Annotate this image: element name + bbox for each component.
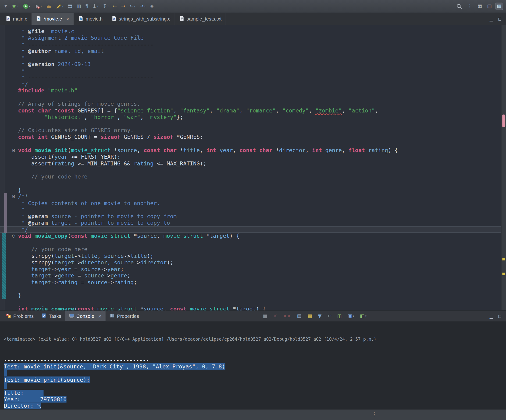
panel-tab-tasks[interactable]: Tasks: [38, 311, 65, 322]
overview-ruler[interactable]: [501, 25, 506, 310]
new-file-button[interactable]: ▤: [66, 3, 73, 10]
code-line[interactable]: assert(rating >= MIN_RATING && rating <=…: [0, 160, 506, 167]
code-line[interactable]: [0, 180, 506, 187]
show-whitespace-button[interactable]: ¶: [84, 3, 89, 10]
overview-warning-marker[interactable]: [502, 273, 505, 275]
code-line[interactable]: * --------------------------------------: [0, 74, 506, 81]
dropdown-caret-icon[interactable]: ▾: [17, 5, 19, 8]
word-wrap-button[interactable]: ↩: [326, 313, 333, 319]
overview-thumb[interactable]: [502, 114, 505, 127]
show-console-output-button[interactable]: ▤: [296, 313, 303, 319]
console-line[interactable]: [4, 383, 506, 389]
editor-tab-sample-tests-txt[interactable]: sample_tests.txt: [175, 13, 226, 25]
dropdown-caret-icon[interactable]: ▾: [144, 5, 146, 8]
code-line[interactable]: *: [0, 206, 506, 213]
code-area[interactable]: * --------------------------------------…: [0, 25, 506, 310]
code-line[interactable]: * --------------------------------------: [0, 25, 506, 28]
code-line[interactable]: "historical", "horror", "war", "mystery"…: [0, 114, 506, 120]
close-icon[interactable]: ×: [66, 16, 69, 21]
console-line[interactable]: ----------------------------------------…: [4, 357, 506, 363]
prev-annotation-button[interactable]: ↥▾: [91, 3, 100, 10]
panel-minimize-button[interactable]: ▁: [490, 314, 493, 318]
next-edit-location-button[interactable]: →: [120, 3, 126, 10]
code-line[interactable]: */: [0, 81, 506, 87]
console-line[interactable]: Test: movie_print(source):: [4, 376, 506, 383]
highlight-button[interactable]: ▾: [55, 3, 65, 10]
dropdown-caret-icon[interactable]: ▾: [107, 5, 109, 8]
panel-tab-properties[interactable]: Properties: [106, 311, 143, 322]
code-line[interactable]: ⊖void movie_copy(const movie_struct *sou…: [0, 233, 506, 239]
fold-collapse-icon[interactable]: ⊖: [9, 233, 18, 239]
code-line[interactable]: [0, 299, 506, 305]
console-line[interactable]: Director: ␀: [4, 403, 506, 409]
remove-launch-button[interactable]: ×: [272, 313, 279, 319]
debug-perspective-button[interactable]: ▧: [486, 3, 493, 10]
code-line[interactable]: #include "movie.h": [0, 87, 506, 94]
compare-button[interactable]: ▥: [75, 3, 82, 10]
code-line[interactable]: ⊖void movie_init(movie_struct *source, c…: [0, 147, 506, 153]
code-line[interactable]: }: [0, 187, 506, 193]
fold-collapse-icon[interactable]: ⊖: [9, 147, 18, 153]
dropdown-caret-icon[interactable]: ▾: [40, 5, 42, 8]
dropdown-caret-icon[interactable]: ▾: [353, 315, 354, 317]
close-icon[interactable]: ×: [98, 313, 102, 318]
terminate-button[interactable]: ■: [262, 313, 269, 319]
code-line[interactable]: * @author name, id, email: [0, 48, 506, 54]
pin-console-button[interactable]: ◫: [336, 313, 343, 319]
console-line[interactable]: [4, 370, 506, 376]
sash-handle[interactable]: ⋮: [372, 411, 377, 417]
debug-button[interactable]: ▾: [10, 3, 20, 10]
code-line[interactable]: // your code here: [0, 246, 506, 252]
editor-maximize-button[interactable]: ◻: [498, 16, 502, 21]
dropdown-caret-icon[interactable]: ▾: [134, 5, 135, 8]
editor-tab-strings-with-substring-c[interactable]: cstrings_with_substring.c: [107, 13, 175, 25]
code-line[interactable]: strcpy(target->director, source->directo…: [0, 259, 506, 266]
code-line[interactable]: *: [0, 54, 506, 61]
pin-editor-button[interactable]: ◈: [148, 3, 155, 10]
last-edit-location-button[interactable]: ←: [112, 3, 118, 10]
code-line[interactable]: int movie_compare(const movie_struct *so…: [0, 305, 506, 310]
next-annotation-button[interactable]: ↧▾: [101, 3, 110, 10]
code-line[interactable]: strcpy(target->title, source->title);: [0, 252, 506, 259]
code-line[interactable]: ⊖/**: [0, 193, 506, 200]
code-line[interactable]: // Array of strings for movie genres.: [0, 101, 506, 107]
code-line[interactable]: [0, 239, 506, 246]
editor-tab-main-c[interactable]: cmain.c: [1, 13, 32, 25]
panel-tab-console[interactable]: Console×: [65, 311, 106, 322]
dropdown-caret-icon[interactable]: ▾: [62, 5, 64, 8]
code-line[interactable]: const int GENRES_COUNT = sizeof GENRES /…: [0, 134, 506, 140]
display-selected-console-button[interactable]: ▣▾: [346, 313, 355, 319]
code-line[interactable]: * --------------------------------------: [0, 41, 506, 48]
search-button[interactable]: [455, 2, 464, 10]
code-line[interactable]: target->year = source->year;: [0, 266, 506, 272]
dropdown-caret-icon[interactable]: ▾: [29, 5, 30, 8]
code-editor[interactable]: * --------------------------------------…: [0, 25, 506, 310]
fold-collapse-icon[interactable]: ⊖: [9, 193, 18, 200]
editor-tab-movie-h[interactable]: hmovie.h: [74, 13, 107, 25]
code-line[interactable]: */: [0, 226, 506, 233]
dropdown-caret-icon[interactable]: ▾: [97, 5, 99, 8]
code-line[interactable]: * @version 2024-09-13: [0, 61, 506, 67]
code-line[interactable]: * @file movie.c: [0, 28, 506, 34]
code-line[interactable]: }: [0, 292, 506, 299]
code-line[interactable]: *: [0, 67, 506, 74]
editor-minimize-button[interactable]: ▁: [490, 16, 493, 21]
overview-warning-marker[interactable]: [502, 258, 505, 260]
panel-tab-problems[interactable]: Problems: [2, 311, 37, 322]
code-line[interactable]: * Copies contents of one movie to anothe…: [0, 200, 506, 206]
code-line[interactable]: * @param source - pointer to movie to co…: [0, 213, 506, 219]
back-button[interactable]: ←▾: [128, 3, 137, 10]
dropdown-caret-icon[interactable]: ▾: [365, 315, 366, 317]
code-line[interactable]: // your code here: [0, 173, 506, 180]
editor-tab-movie-c[interactable]: c*movie.c×: [32, 13, 74, 25]
remove-all-launches-button[interactable]: ××: [282, 313, 293, 319]
profile-button[interactable]: ▾: [33, 3, 43, 10]
code-line[interactable]: [0, 140, 506, 147]
code-line[interactable]: target->rating = source->rating;: [0, 279, 506, 286]
open-perspective-button[interactable]: ▦: [476, 3, 483, 10]
console-line[interactable]: Title:: [4, 390, 506, 396]
scroll-lock-button[interactable]: ▼: [317, 313, 323, 319]
code-line[interactable]: * Assignment 2 movie Source Code File: [0, 34, 506, 41]
toolbar-separator[interactable]: ⋮: [466, 3, 473, 10]
code-line[interactable]: target->genre = source->genre;: [0, 272, 506, 279]
